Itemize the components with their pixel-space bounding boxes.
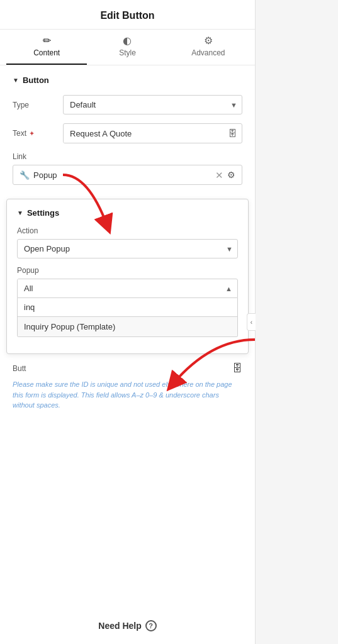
text-input-wrapper: 🗄 bbox=[63, 123, 242, 143]
popup-label: Popup bbox=[17, 266, 238, 275]
type-select[interactable]: Default Info Success Warning Danger bbox=[63, 95, 242, 114]
pencil-icon: ✏ bbox=[43, 36, 51, 46]
action-label: Action bbox=[17, 226, 238, 235]
button-section: ▼ Button Type Default Info Success Warni… bbox=[0, 65, 255, 199]
tab-advanced-label: Advanced bbox=[191, 48, 225, 57]
gear-icon: ⚙ bbox=[204, 36, 213, 46]
butt-label: Butt bbox=[13, 364, 227, 373]
text-row: Text ✦ 🗄 bbox=[13, 123, 242, 143]
sidebar-right: ‹ bbox=[256, 0, 338, 644]
helper-text: Please make sure the ID is unique and no… bbox=[0, 379, 255, 411]
tab-advanced[interactable]: ⚙ Advanced bbox=[168, 30, 249, 65]
link-settings-button[interactable]: ⚙ bbox=[227, 170, 235, 180]
popup-row: Popup All ▲ Inquiry Popup (Template) bbox=[17, 266, 238, 337]
tabs-container: ✏ Content ◐ Style ⚙ Advanced bbox=[0, 30, 255, 65]
link-label: Link bbox=[13, 152, 63, 161]
link-field[interactable]: 🔧 Popup ✕ ⚙ bbox=[13, 165, 242, 185]
type-control: Default Info Success Warning Danger ▼ bbox=[63, 95, 242, 114]
type-row: Type Default Info Success Warning Danger… bbox=[13, 95, 242, 114]
type-select-wrapper: Default Info Success Warning Danger ▼ bbox=[63, 95, 242, 114]
text-database-icon-btn[interactable]: 🗄 bbox=[223, 124, 242, 143]
action-select-wrapper: Open Popup None URL ▼ bbox=[17, 239, 238, 258]
tab-style-label: Style bbox=[119, 48, 136, 57]
tab-content[interactable]: ✏ Content bbox=[6, 30, 87, 65]
butt-database-icon-btn[interactable]: 🗄 bbox=[232, 363, 242, 374]
link-row: Link 🔧 Popup ✕ ⚙ bbox=[13, 152, 242, 185]
tab-style[interactable]: ◐ Style bbox=[87, 30, 167, 65]
link-field-text: Popup bbox=[33, 170, 211, 180]
popup-all-arrow-icon: ▲ bbox=[220, 280, 237, 297]
text-label: Text ✦ bbox=[13, 129, 63, 138]
panel-header: Edit Button bbox=[0, 0, 255, 30]
collapse-arrow-icon: ▼ bbox=[13, 77, 19, 84]
spacer bbox=[0, 423, 255, 608]
panel-title: Edit Button bbox=[13, 10, 242, 21]
settings-collapse-arrow-icon: ▼ bbox=[17, 209, 23, 216]
need-help-label: Need Help bbox=[98, 621, 141, 631]
wrench-icon: 🔧 bbox=[20, 170, 30, 180]
popup-all-row: All ▲ bbox=[17, 279, 238, 298]
popup-all-select[interactable]: All bbox=[18, 279, 220, 297]
text-control: 🗄 bbox=[63, 123, 242, 143]
tab-content-label: Content bbox=[33, 48, 60, 57]
dynamic-tag-icon: ✦ bbox=[29, 130, 35, 138]
text-input[interactable] bbox=[64, 125, 223, 143]
contrast-icon: ◐ bbox=[123, 36, 132, 46]
sidebar-collapse-button[interactable]: ‹ bbox=[247, 313, 256, 331]
butt-row: Butt 🗄 bbox=[0, 363, 255, 374]
action-select[interactable]: Open Popup None URL bbox=[17, 239, 238, 258]
popup-dropdown-item[interactable]: Inquiry Popup (Template) bbox=[18, 317, 237, 336]
need-help-section[interactable]: Need Help ? bbox=[0, 608, 255, 644]
type-label: Type bbox=[13, 101, 63, 109]
settings-title: ▼ Settings bbox=[17, 208, 238, 218]
settings-popup: ▼ Settings Action Open Popup None URL ▼ … bbox=[6, 199, 249, 354]
button-section-title: ▼ Button bbox=[13, 75, 242, 85]
action-row: Action Open Popup None URL ▼ bbox=[17, 226, 238, 258]
popup-search-input[interactable] bbox=[17, 298, 238, 317]
link-clear-button[interactable]: ✕ bbox=[215, 170, 223, 180]
help-circle-icon: ? bbox=[145, 620, 157, 631]
popup-dropdown-result: Inquiry Popup (Template) bbox=[17, 317, 238, 337]
